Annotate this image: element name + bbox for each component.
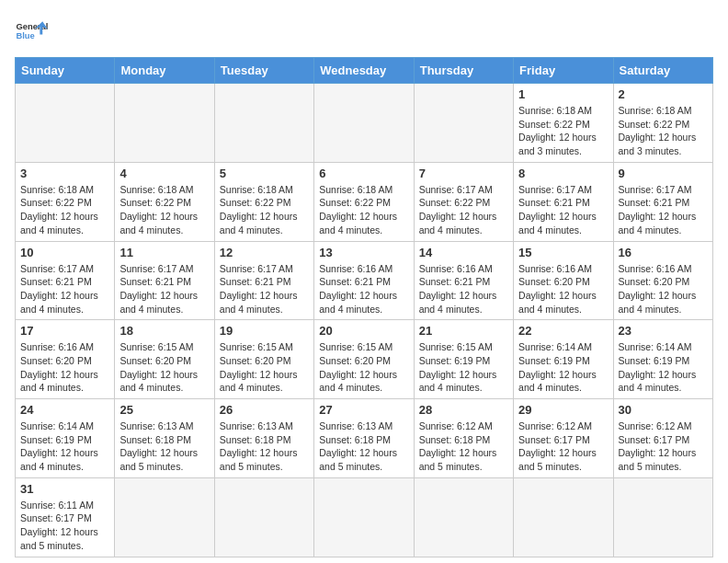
day-info: Sunrise: 6:12 AM Sunset: 6:17 PM Dayligh… — [518, 419, 608, 474]
day-info: Sunrise: 6:15 AM Sunset: 6:20 PM Dayligh… — [119, 340, 209, 395]
day-number: 31 — [20, 482, 109, 496]
day-number: 28 — [419, 403, 508, 417]
day-info: Sunrise: 6:18 AM Sunset: 6:22 PM Dayligh… — [20, 183, 109, 237]
calendar-cell: 10Sunrise: 6:17 AM Sunset: 6:21 PM Dayli… — [16, 241, 115, 320]
calendar-cell: 30Sunrise: 6:12 AM Sunset: 6:17 PM Dayli… — [613, 399, 712, 478]
calendar-cell: 13Sunrise: 6:16 AM Sunset: 6:21 PM Dayli… — [314, 241, 414, 320]
day-number: 30 — [619, 403, 708, 417]
weekday-header-saturday: Saturday — [613, 58, 712, 84]
logo-icon: General Blue — [15, 15, 48, 48]
day-info: Sunrise: 6:18 AM Sunset: 6:22 PM Dayligh… — [119, 183, 209, 237]
calendar-cell — [414, 477, 513, 557]
calendar-cell: 31Sunrise: 6:11 AM Sunset: 6:17 PM Dayli… — [16, 477, 115, 557]
day-number: 22 — [518, 324, 608, 338]
day-number: 16 — [619, 246, 708, 259]
calendar-cell — [314, 477, 414, 557]
day-number: 27 — [319, 403, 408, 417]
day-number: 20 — [319, 324, 408, 338]
calendar-week-row: 24Sunrise: 6:14 AM Sunset: 6:19 PM Dayli… — [16, 399, 713, 478]
day-info: Sunrise: 6:17 AM Sunset: 6:21 PM Dayligh… — [20, 262, 109, 316]
calendar-cell: 27Sunrise: 6:13 AM Sunset: 6:18 PM Dayli… — [314, 399, 414, 478]
day-info: Sunrise: 6:16 AM Sunset: 6:20 PM Dayligh… — [518, 262, 608, 316]
day-number: 24 — [20, 403, 109, 417]
calendar-cell — [414, 84, 513, 163]
day-number: 26 — [220, 403, 309, 417]
day-number: 7 — [419, 167, 508, 180]
day-number: 18 — [119, 324, 209, 338]
day-info: Sunrise: 6:13 AM Sunset: 6:18 PM Dayligh… — [220, 419, 309, 474]
calendar-cell: 9Sunrise: 6:17 AM Sunset: 6:21 PM Daylig… — [613, 162, 712, 241]
calendar-cell: 14Sunrise: 6:16 AM Sunset: 6:21 PM Dayli… — [414, 241, 513, 320]
day-number: 11 — [119, 246, 209, 259]
day-number: 14 — [419, 246, 508, 259]
logo: General Blue — [15, 15, 48, 48]
day-info: Sunrise: 6:14 AM Sunset: 6:19 PM Dayligh… — [619, 340, 708, 395]
day-info: Sunrise: 6:13 AM Sunset: 6:18 PM Dayligh… — [119, 419, 209, 474]
page-header: General Blue — [15, 15, 713, 48]
day-info: Sunrise: 6:13 AM Sunset: 6:18 PM Dayligh… — [319, 419, 408, 474]
weekday-header-row: SundayMondayTuesdayWednesdayThursdayFrid… — [16, 58, 713, 84]
calendar-cell: 23Sunrise: 6:14 AM Sunset: 6:19 PM Dayli… — [613, 320, 712, 399]
day-info: Sunrise: 6:18 AM Sunset: 6:22 PM Dayligh… — [619, 104, 708, 158]
day-number: 6 — [319, 167, 408, 180]
day-number: 21 — [419, 324, 508, 338]
calendar-cell — [115, 84, 214, 163]
day-number: 4 — [119, 167, 209, 180]
calendar-cell: 3Sunrise: 6:18 AM Sunset: 6:22 PM Daylig… — [16, 162, 115, 241]
day-info: Sunrise: 6:11 AM Sunset: 6:17 PM Dayligh… — [20, 499, 109, 553]
day-number: 2 — [619, 87, 708, 101]
calendar-cell: 25Sunrise: 6:13 AM Sunset: 6:18 PM Dayli… — [115, 399, 214, 478]
calendar-cell — [115, 477, 214, 557]
calendar-cell: 15Sunrise: 6:16 AM Sunset: 6:20 PM Dayli… — [514, 241, 613, 320]
calendar-week-row: 3Sunrise: 6:18 AM Sunset: 6:22 PM Daylig… — [16, 162, 713, 241]
day-info: Sunrise: 6:17 AM Sunset: 6:22 PM Dayligh… — [419, 183, 508, 237]
weekday-header-thursday: Thursday — [414, 58, 513, 84]
calendar-cell — [214, 84, 313, 163]
day-number: 15 — [518, 246, 608, 259]
calendar-week-row: 17Sunrise: 6:16 AM Sunset: 6:20 PM Dayli… — [16, 320, 713, 399]
day-info: Sunrise: 6:14 AM Sunset: 6:19 PM Dayligh… — [20, 419, 109, 474]
weekday-header-tuesday: Tuesday — [214, 58, 313, 84]
calendar-cell: 4Sunrise: 6:18 AM Sunset: 6:22 PM Daylig… — [115, 162, 214, 241]
calendar-week-row: 31Sunrise: 6:11 AM Sunset: 6:17 PM Dayli… — [16, 477, 713, 557]
calendar-table: SundayMondayTuesdayWednesdayThursdayFrid… — [15, 57, 713, 557]
day-number: 13 — [319, 246, 408, 259]
day-info: Sunrise: 6:16 AM Sunset: 6:21 PM Dayligh… — [319, 262, 408, 316]
weekday-header-friday: Friday — [514, 58, 613, 84]
calendar-cell: 6Sunrise: 6:18 AM Sunset: 6:22 PM Daylig… — [314, 162, 414, 241]
day-number: 8 — [518, 167, 608, 180]
day-info: Sunrise: 6:18 AM Sunset: 6:22 PM Dayligh… — [518, 104, 608, 158]
calendar-cell: 28Sunrise: 6:12 AM Sunset: 6:18 PM Dayli… — [414, 399, 513, 478]
calendar-cell: 7Sunrise: 6:17 AM Sunset: 6:22 PM Daylig… — [414, 162, 513, 241]
day-info: Sunrise: 6:18 AM Sunset: 6:22 PM Dayligh… — [220, 183, 309, 237]
day-info: Sunrise: 6:17 AM Sunset: 6:21 PM Dayligh… — [518, 183, 608, 237]
calendar-cell: 20Sunrise: 6:15 AM Sunset: 6:20 PM Dayli… — [314, 320, 414, 399]
day-info: Sunrise: 6:17 AM Sunset: 6:21 PM Dayligh… — [619, 183, 708, 237]
calendar-cell: 8Sunrise: 6:17 AM Sunset: 6:21 PM Daylig… — [514, 162, 613, 241]
day-number: 25 — [119, 403, 209, 417]
calendar-cell: 5Sunrise: 6:18 AM Sunset: 6:22 PM Daylig… — [214, 162, 313, 241]
svg-text:Blue: Blue — [16, 31, 34, 40]
day-info: Sunrise: 6:15 AM Sunset: 6:20 PM Dayligh… — [220, 340, 309, 395]
calendar-cell — [16, 84, 115, 163]
calendar-cell: 19Sunrise: 6:15 AM Sunset: 6:20 PM Dayli… — [214, 320, 313, 399]
day-number: 19 — [220, 324, 309, 338]
day-info: Sunrise: 6:18 AM Sunset: 6:22 PM Dayligh… — [319, 183, 408, 237]
day-info: Sunrise: 6:14 AM Sunset: 6:19 PM Dayligh… — [518, 340, 608, 395]
day-number: 17 — [20, 324, 109, 338]
day-number: 5 — [220, 167, 309, 180]
day-number: 23 — [619, 324, 708, 338]
day-info: Sunrise: 6:17 AM Sunset: 6:21 PM Dayligh… — [119, 262, 209, 316]
calendar-cell: 18Sunrise: 6:15 AM Sunset: 6:20 PM Dayli… — [115, 320, 214, 399]
calendar-cell: 16Sunrise: 6:16 AM Sunset: 6:20 PM Dayli… — [613, 241, 712, 320]
day-info: Sunrise: 6:12 AM Sunset: 6:17 PM Dayligh… — [619, 419, 708, 474]
day-info: Sunrise: 6:12 AM Sunset: 6:18 PM Dayligh… — [419, 419, 508, 474]
calendar-cell: 29Sunrise: 6:12 AM Sunset: 6:17 PM Dayli… — [514, 399, 613, 478]
day-number: 10 — [20, 246, 109, 259]
calendar-cell: 22Sunrise: 6:14 AM Sunset: 6:19 PM Dayli… — [514, 320, 613, 399]
calendar-cell: 21Sunrise: 6:15 AM Sunset: 6:19 PM Dayli… — [414, 320, 513, 399]
day-number: 3 — [20, 167, 109, 180]
calendar-week-row: 10Sunrise: 6:17 AM Sunset: 6:21 PM Dayli… — [16, 241, 713, 320]
day-number: 1 — [518, 87, 608, 101]
weekday-header-wednesday: Wednesday — [314, 58, 414, 84]
